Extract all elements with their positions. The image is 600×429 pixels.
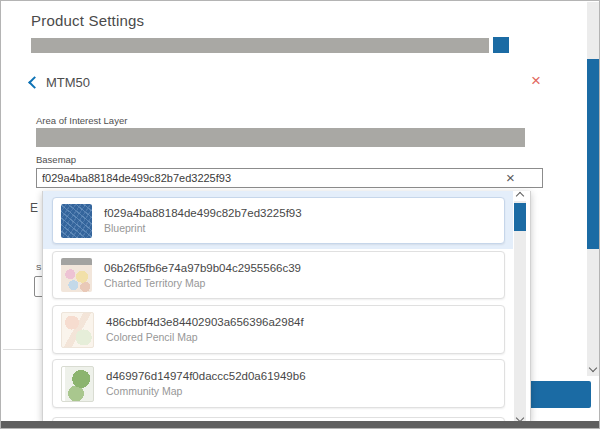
basemap-thumbnail: [61, 366, 94, 402]
dialog-scrollbar-thumb[interactable]: [587, 59, 599, 249]
window-bottom-edge: [1, 421, 600, 429]
basemap-option-community[interactable]: d469976d14974f0daccc52d0a61949b6 Communi…: [52, 359, 505, 408]
close-icon[interactable]: ×: [531, 72, 541, 89]
primary-action-button[interactable]: [525, 381, 591, 408]
product-settings-dialog: Product Settings MTM50 × Area of Interes…: [0, 0, 600, 429]
chevron-left-icon: [28, 76, 41, 89]
basemap-input[interactable]: [36, 168, 543, 188]
basemap-option-name: Colored Pencil Map: [106, 331, 304, 343]
truncated-label-e: E: [30, 201, 38, 215]
scroll-down-icon[interactable]: [589, 364, 597, 372]
basemap-thumbnail: [61, 258, 92, 292]
basemap-option-blueprint[interactable]: f029a4ba88184de499c82b7ed3225f93 Bluepri…: [52, 197, 505, 244]
blue-chip-button[interactable]: [493, 37, 509, 53]
basemap-dropdown: f029a4ba88184de499c82b7ed3225f93 Bluepri…: [42, 191, 531, 422]
page-title: Product Settings: [31, 12, 144, 29]
basemap-option-name: Charted Territory Map: [104, 277, 301, 289]
basemap-option-colored-pencil[interactable]: 486cbbf4d3e84402903a656396a2984f Colored…: [52, 305, 505, 354]
basemap-option-id: 486cbbf4d3e84402903a656396a2984f: [106, 316, 304, 328]
dropdown-scroll-up-icon[interactable]: [516, 192, 524, 200]
basemap-option-id: d469976d14974f0daccc52d0a61949b6: [106, 370, 306, 382]
basemap-thumbnail: [61, 204, 92, 238]
back-button-label: MTM50: [46, 75, 90, 90]
dropdown-scrollbar[interactable]: [514, 201, 526, 421]
truncated-label-s: S: [36, 263, 41, 272]
basemap-option-id: 06b26f5fb6e74a97b9b04c2955566c39: [104, 262, 301, 274]
basemap-option-name: Community Map: [106, 385, 306, 397]
area-of-interest-label: Area of Interest Layer: [36, 115, 127, 126]
clear-icon[interactable]: ×: [506, 169, 515, 186]
product-name-redacted-input[interactable]: [31, 38, 489, 53]
basemap-option-id: f029a4ba88184de499c82b7ed3225f93: [104, 207, 302, 219]
basemap-thumbnail: [61, 312, 94, 348]
basemap-label: Basemap: [36, 154, 76, 165]
footer-divider: [3, 349, 42, 350]
area-of-interest-redacted-input[interactable]: [36, 128, 525, 147]
dialog-scrollbar[interactable]: [587, 2, 599, 376]
basemap-option-charted-territory[interactable]: 06b26f5fb6e74a97b9b04c2955566c39 Charted…: [52, 251, 505, 299]
basemap-option-name: Blueprint: [104, 222, 302, 234]
back-button[interactable]: MTM50: [30, 73, 90, 91]
dropdown-scrollbar-thumb[interactable]: [514, 203, 526, 231]
